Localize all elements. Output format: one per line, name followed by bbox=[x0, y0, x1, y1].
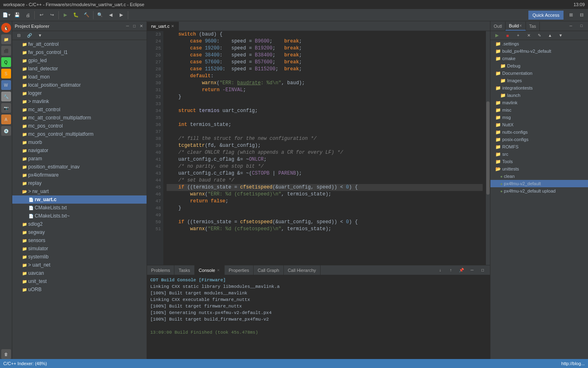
rtree-build-default[interactable]: 📁 build_px4fmu-v2_default bbox=[490, 47, 588, 55]
tree-item-px4io[interactable]: 📁 px4iofirmware bbox=[12, 171, 147, 179]
ubuntu-icon[interactable]: 🐧 bbox=[1, 23, 11, 33]
rtree-msg[interactable]: 📁 msg bbox=[490, 114, 588, 121]
pe-filter-btn[interactable]: ▼ bbox=[35, 31, 45, 40]
right-minimize[interactable]: ─ bbox=[566, 21, 576, 31]
print-btn[interactable]: 🖨 bbox=[23, 10, 33, 20]
right-maximize[interactable]: □ bbox=[577, 21, 586, 31]
tree-item-simulator[interactable]: 📁 simulator bbox=[12, 245, 147, 253]
tree-item-unit-test[interactable]: 📁 unit_test bbox=[12, 277, 147, 285]
tree-item-rw-uart-c[interactable]: 📄 rw_uart.c bbox=[12, 195, 147, 204]
rtree-misc[interactable]: 📁 misc bbox=[490, 106, 588, 114]
tree-item-mc-att-mp[interactable]: 📁 mc_att_control_multiplatform bbox=[12, 114, 147, 122]
scrollbar-thumb[interactable] bbox=[486, 101, 490, 195]
capture-icon[interactable]: 📷 bbox=[1, 103, 11, 113]
build-btn[interactable]: 🔨 bbox=[82, 10, 91, 20]
tab-properties[interactable]: Properties bbox=[225, 265, 254, 275]
tree-item-land[interactable]: 📁 land_detector bbox=[12, 65, 147, 73]
tab-call-hierarchy[interactable]: Call Hierarchy bbox=[284, 265, 321, 275]
tree-item-mc-pos[interactable]: 📁 mc_pos_control bbox=[12, 122, 147, 130]
tab-tasks[interactable]: Tasks bbox=[174, 265, 194, 275]
tree-item-mc-att[interactable]: 📁 mc_att_control bbox=[12, 105, 147, 114]
rtree-nuttx-configs[interactable]: 📁 nuttx-configs bbox=[490, 128, 588, 136]
rtree-clean[interactable]: ● clean bbox=[490, 173, 588, 180]
perspective-btn[interactable]: ⊞ bbox=[566, 10, 576, 20]
sublime-icon[interactable]: S bbox=[1, 69, 11, 79]
build-delete-btn[interactable]: ✕ bbox=[524, 31, 534, 40]
tree-item-cmake[interactable]: 📄 CMakeLists.txt bbox=[12, 204, 147, 212]
console-pin[interactable]: 📌 bbox=[457, 265, 466, 275]
tree-item-gpio[interactable]: 📁 gpio_led bbox=[12, 56, 147, 65]
rtree-src[interactable]: 📁 src bbox=[490, 150, 588, 158]
rtree-docs[interactable]: 📁 Documentation bbox=[490, 70, 588, 77]
tree-item-sensors[interactable]: 📁 sensors bbox=[12, 236, 147, 245]
tree-item-fw-pos[interactable]: 📁 fw_pos_control_l1 bbox=[12, 48, 147, 56]
tab-call-graph[interactable]: Call Graph bbox=[254, 265, 284, 275]
rtree-px4fmu-default[interactable]: ● px4fmu-v2_default bbox=[490, 180, 588, 187]
save-btn[interactable]: 💾 bbox=[12, 10, 22, 20]
dvd-icon[interactable]: 💿 bbox=[1, 126, 11, 136]
rtree-unittests[interactable]: 📂 unittests bbox=[490, 165, 588, 173]
tree-item-mc-pos-mp[interactable]: 📁 mc_pos_control_multiplatform bbox=[12, 130, 147, 138]
build-tab-close[interactable]: ✕ bbox=[519, 24, 522, 28]
build-run-btn[interactable]: ▶ bbox=[492, 31, 502, 40]
tree-item-pei[interactable]: 📁 position_estimator_inav bbox=[12, 163, 147, 171]
rtree-cmake[interactable]: 📁 cmake bbox=[490, 55, 588, 62]
tree-item-systemlib[interactable]: 📁 systemlib bbox=[12, 253, 147, 261]
rtree-mavlink[interactable]: 📁 mavlink bbox=[490, 99, 588, 106]
tab-tasks-right[interactable]: Tas bbox=[526, 22, 540, 31]
build-up-btn[interactable]: ▲ bbox=[545, 31, 555, 40]
rtree-nuttx[interactable]: 📁 NuttX bbox=[490, 121, 588, 128]
tree-item-uart-net[interactable]: 📁 > uart_net bbox=[12, 261, 147, 269]
build-stop-btn[interactable]: ■ bbox=[503, 31, 512, 40]
rtree-debug[interactable]: 📁 Debug bbox=[490, 62, 588, 70]
new-file-btn[interactable]: 📄▾ bbox=[2, 10, 11, 20]
redo-btn[interactable]: ↪ bbox=[47, 10, 57, 20]
pe-close-btn[interactable]: ✕ bbox=[138, 23, 144, 29]
rtree-posix-configs[interactable]: 📁 posix-configs bbox=[490, 136, 588, 143]
tree-item-load[interactable]: 📁 load_mon bbox=[12, 73, 147, 81]
tree-item-replay[interactable]: 📁 replay bbox=[12, 179, 147, 187]
pe-collapse-btn[interactable]: ⊟ bbox=[14, 31, 24, 40]
editor-tab-rw-uart[interactable]: rw_uart.c ✕ bbox=[147, 22, 179, 31]
rtree-settings[interactable]: 📁 .settings bbox=[490, 40, 588, 47]
tab-close-icon[interactable]: ✕ bbox=[171, 24, 174, 28]
tree-item-fw-att[interactable]: 📁 fw_att_control bbox=[12, 40, 147, 48]
app7-icon[interactable]: A bbox=[1, 114, 11, 124]
build-down-btn[interactable]: ▼ bbox=[556, 31, 566, 40]
pe-maximize-btn[interactable]: □ bbox=[132, 23, 137, 29]
tree-item-navigator[interactable]: 📁 navigator bbox=[12, 146, 147, 155]
tab-outline[interactable]: Outl bbox=[490, 22, 506, 31]
console-scroll-up[interactable]: ↑ bbox=[446, 265, 456, 275]
editor-scrollbar[interactable] bbox=[486, 31, 490, 265]
back-btn[interactable]: ◀ bbox=[106, 10, 116, 20]
undo-btn[interactable]: ↩ bbox=[36, 10, 46, 20]
tools-icon[interactable]: 🔧 bbox=[1, 92, 11, 101]
tree-item-rw-uart[interactable]: 📂 > rw_uart bbox=[12, 187, 147, 195]
pe-link-btn[interactable]: 🔗 bbox=[24, 31, 34, 40]
source-code[interactable]: switch (baud) { case 9600: speed = B9600… bbox=[163, 31, 486, 265]
tree-item-mavlink[interactable]: 📁 > mavlink bbox=[12, 97, 147, 105]
tree-item-param[interactable]: 📁 param bbox=[12, 155, 147, 163]
build-edit-btn[interactable]: ✎ bbox=[535, 31, 544, 40]
console-close-icon[interactable]: ✕ bbox=[217, 268, 220, 272]
app8-icon[interactable]: 🗑 bbox=[1, 349, 11, 359]
tree-item-sdlog2[interactable]: 📁 sdlog2 bbox=[12, 220, 147, 228]
console-scroll-down[interactable]: ↓ bbox=[435, 265, 445, 275]
tree-item-lpe[interactable]: 📁 local_position_estimator bbox=[12, 81, 147, 89]
console-minimize[interactable]: ─ bbox=[467, 265, 477, 275]
build-new-btn[interactable]: + bbox=[513, 31, 523, 40]
rtree-images[interactable]: 📁 Images bbox=[490, 77, 588, 84]
console-maximize[interactable]: □ bbox=[478, 265, 488, 275]
tab-problems[interactable]: Problems bbox=[147, 265, 174, 275]
pe-minimize-btn[interactable]: ─ bbox=[125, 23, 130, 29]
qt-icon[interactable]: Q bbox=[1, 57, 11, 67]
terminal-icon[interactable]: ⬛ bbox=[1, 46, 11, 56]
code-content-area[interactable]: 2324252627 2829303132 3334353637 3839404… bbox=[147, 31, 486, 265]
tab-console[interactable]: Console ✕ bbox=[195, 265, 225, 275]
rtree-launch[interactable]: 📁 launch bbox=[490, 92, 588, 99]
tree-item-segway[interactable]: 📁 segway bbox=[12, 228, 147, 236]
rtree-px4fmu-upload[interactable]: ● px4fmu-v2_default upload bbox=[490, 187, 588, 195]
debug-btn[interactable]: 🐛 bbox=[71, 10, 81, 20]
open-perspective-btn[interactable]: ⊟ bbox=[577, 10, 586, 20]
tree-item-logger[interactable]: 📁 logger bbox=[12, 89, 147, 97]
